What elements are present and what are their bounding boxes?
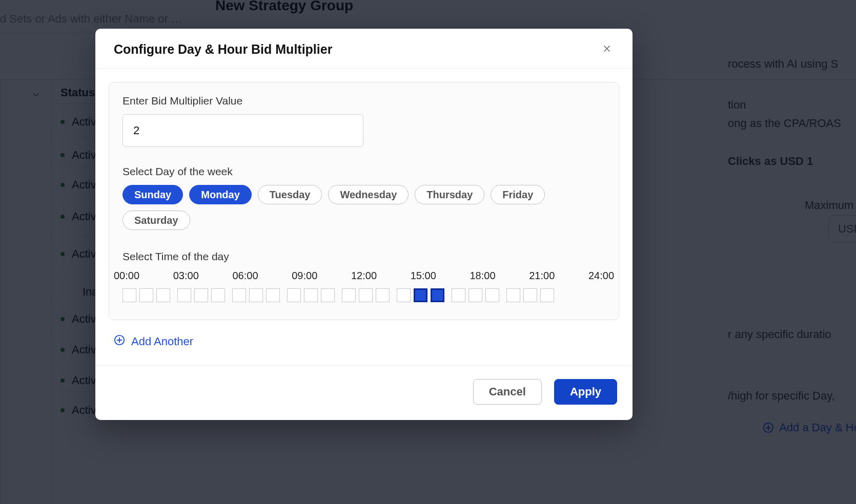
- bid-value-label: Enter Bid Multiplier Value: [123, 95, 605, 107]
- bid-multiplier-input[interactable]: [123, 114, 363, 147]
- day-button-thursday[interactable]: Thursday: [415, 185, 484, 204]
- day-button-wednesday[interactable]: Wednesday: [328, 185, 409, 204]
- day-of-week-label: Select Day of the week: [123, 165, 605, 178]
- day-button-saturday[interactable]: Saturday: [123, 211, 190, 230]
- configure-bid-multiplier-modal: Configure Day & Hour Bid Multiplier Ente…: [95, 29, 633, 420]
- hour-cell-02[interactable]: [156, 288, 170, 302]
- modal-header: Configure Day & Hour Bid Multiplier: [95, 29, 633, 69]
- add-another-label: Add Another: [131, 335, 193, 348]
- time-of-day-label: Select Time of the day: [123, 250, 605, 263]
- hour-cell-21[interactable]: [506, 288, 520, 302]
- hour-selector: [123, 288, 605, 302]
- hour-cell-11[interactable]: [321, 288, 335, 302]
- apply-button[interactable]: Apply: [554, 379, 617, 405]
- hour-cell-18[interactable]: [452, 288, 465, 302]
- hour-cell-09[interactable]: [287, 288, 301, 302]
- hour-cell-15[interactable]: [397, 288, 411, 302]
- time-tick: 09:00: [292, 270, 317, 282]
- day-of-week-selector: SundayMondayTuesdayWednesdayThursdayFrid…: [123, 185, 605, 230]
- hour-cell-04[interactable]: [194, 288, 208, 302]
- cancel-button[interactable]: Cancel: [473, 379, 542, 405]
- hour-cell-05[interactable]: [211, 288, 225, 302]
- time-tick: 15:00: [411, 270, 436, 282]
- hour-cell-23[interactable]: [540, 288, 554, 302]
- hour-cell-22[interactable]: [523, 288, 537, 302]
- hour-cell-10[interactable]: [304, 288, 318, 302]
- day-button-sunday[interactable]: Sunday: [123, 185, 183, 204]
- time-tick: 12:00: [351, 270, 377, 282]
- day-button-monday[interactable]: Monday: [189, 185, 252, 204]
- hour-cell-08[interactable]: [266, 288, 280, 302]
- time-tick: 21:00: [529, 270, 555, 282]
- modal-footer: Cancel Apply: [95, 365, 633, 420]
- hour-cell-07[interactable]: [249, 288, 263, 302]
- time-tick: 03:00: [173, 270, 199, 282]
- close-icon: [602, 44, 612, 55]
- hour-cell-01[interactable]: [139, 288, 153, 302]
- hour-cell-06[interactable]: [232, 288, 246, 302]
- close-button[interactable]: [600, 43, 614, 57]
- plus-circle-icon: [114, 334, 125, 349]
- time-tick: 00:00: [114, 270, 139, 282]
- hour-cell-00[interactable]: [123, 288, 136, 302]
- hour-cell-12[interactable]: [342, 288, 356, 302]
- hour-cell-14[interactable]: [376, 288, 390, 302]
- multiplier-config-card: Enter Bid Multiplier Value Select Day of…: [109, 82, 619, 320]
- hour-cell-20[interactable]: [485, 288, 499, 302]
- add-another-button[interactable]: Add Another: [109, 320, 619, 362]
- time-tick: 06:00: [232, 270, 258, 282]
- hour-cell-19[interactable]: [468, 288, 482, 302]
- time-tick-labels: 00:0003:0006:0009:0012:0015:0018:0021:00…: [127, 270, 601, 283]
- hour-cell-17[interactable]: [431, 288, 444, 302]
- time-tick: 24:00: [588, 270, 614, 282]
- day-button-tuesday[interactable]: Tuesday: [258, 185, 322, 204]
- time-tick: 18:00: [470, 270, 495, 282]
- hour-cell-13[interactable]: [359, 288, 373, 302]
- hour-cell-03[interactable]: [177, 288, 191, 302]
- modal-title: Configure Day & Hour Bid Multiplier: [114, 42, 332, 57]
- day-button-friday[interactable]: Friday: [491, 185, 545, 204]
- hour-cell-16[interactable]: [414, 288, 427, 302]
